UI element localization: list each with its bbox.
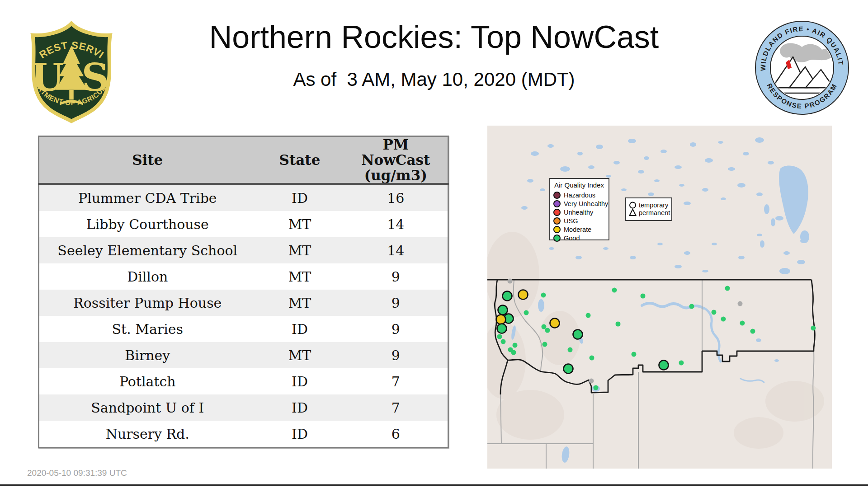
temporary-site-marker [498,305,508,315]
aqi-color-dot-icon [553,235,561,242]
permanent-site-marker [738,301,743,306]
air-quality-map: Air Quality Index HazardousVery Unhealth… [487,126,832,469]
site-cell: Sandpoint U of I [39,394,256,421]
aqi-legend-item: Moderate [553,225,609,234]
aqi-color-dot-icon [553,226,561,233]
permanent-site-marker [545,328,550,333]
pm-nowcast-column-header: PMNowCast(ug/m3) [344,136,448,184]
permanent-site-marker [542,342,547,347]
permanent-marker-icon [630,209,636,216]
aqi-color-dot-icon [553,209,561,216]
aqi-color-dot-icon [553,200,561,207]
state-cell: ID [256,368,344,394]
aqi-legend-items: HazardousVery UnhealthyUnhealthyUSGModer… [553,191,609,242]
pm-cell: 16 [344,184,448,211]
state-cell: MT [256,290,344,316]
site-column-header: Site [39,136,256,184]
temporary-site-marker [496,315,506,324]
state-cell: ID [256,421,344,448]
table-row: St. MariesID9 [39,316,448,342]
permanent-site-marker [612,288,617,293]
page-subtitle: As of 3 AM, May 10, 2020 (MDT) [0,69,868,90]
pm-cell: 9 [344,290,448,316]
pm-cell: 9 [344,342,448,368]
state-cell: MT [256,211,344,237]
table-row: Rossiter Pump HouseMT9 [39,290,448,316]
generated-timestamp: 2020-05-10 09:31:39 UTC [27,468,127,478]
temporary-site-marker [503,291,512,301]
aqi-category-label: USG [564,217,578,225]
permanent-site-marker [641,294,646,299]
permanent-site-marker [811,326,816,331]
permanent-site-marker [568,347,573,352]
nowcast-table: Site State PMNowCast(ug/m3) Plummer CDA … [38,136,448,448]
aqi-legend: Air Quality Index HazardousVery Unhealth… [549,178,609,240]
aqi-legend-item: USG [553,216,609,225]
report-page: FOREST SERVICE U S DEPARTMENT OF AGRICUL… [0,0,868,488]
permanent-site-marker [501,339,506,344]
aqi-legend-title: Air Quality Index [554,181,609,189]
permanent-site-marker [542,324,547,329]
aqi-category-label: Very Unhealthy [564,200,608,207]
table-row: Sandpoint U of IID7 [39,394,448,421]
temporary-site-marker [550,319,560,328]
bottom-border [0,484,868,486]
permanent-site-marker [712,310,717,315]
site-cell: Nursery Rd. [39,421,256,448]
state-column-header: State [256,136,344,184]
aqi-legend-item: Good [553,234,609,242]
table-row: Nursery Rd.ID6 [39,421,448,448]
permanent-site-marker [721,317,726,322]
site-cell: Plummer CDA Tribe [39,184,256,211]
pm-cell: 14 [344,237,448,263]
nowcast-table-body: Plummer CDA TribeID16Libby CourthouseMT1… [39,184,448,448]
permanent-label: permanent [639,209,670,217]
temporary-site-marker [564,364,573,374]
aqi-color-dot-icon [553,192,561,199]
site-cell: Libby Courthouse [39,211,256,237]
permanent-site-marker [497,334,502,339]
pm-cell: 7 [344,368,448,394]
aqi-legend-item: Hazardous [553,191,609,199]
permanent-site-marker [508,279,513,284]
site-cell: Dillon [39,263,256,290]
state-cell: ID [256,184,344,211]
permanent-site-marker [524,310,529,315]
aqi-category-label: Unhealthy [564,209,593,216]
temporary-label: temporary [639,202,670,209]
table-row: BirneyMT9 [39,342,448,368]
permanent-site-marker [616,322,621,327]
permanent-site-marker [679,361,684,366]
pm-cell: 7 [344,394,448,421]
pm-cell: 14 [344,211,448,237]
permanent-site-marker [725,286,730,291]
page-title: Northern Rockies: Top NowCast [0,19,868,55]
pm-cell: 9 [344,316,448,342]
marker-type-legend: temporary permanent [625,197,672,221]
table-row: Seeley Elementary SchoolMT14 [39,237,448,263]
permanent-site-marker [689,304,694,309]
aqi-legend-item: Unhealthy [553,208,609,216]
table-header-row: Site State PMNowCast(ug/m3) [39,136,448,184]
aqi-color-dot-icon [553,217,561,225]
permanent-site-marker [541,293,546,298]
permanent-site-marker [750,329,755,334]
basemap [487,126,832,469]
state-cell: MT [256,263,344,290]
state-cell: MT [256,342,344,368]
state-cell: ID [256,394,344,421]
temporary-site-marker [519,290,528,300]
state-cell: ID [256,316,344,342]
temporary-site-marker [659,361,669,370]
permanent-site-marker [589,379,594,384]
site-cell: Rossiter Pump House [39,290,256,316]
permanent-site-marker [511,350,516,355]
temporary-site-marker [573,330,583,339]
table-row: PotlatchID7 [39,368,448,394]
permanent-site-marker [740,321,745,326]
marker-type-glyphs [629,201,637,217]
permanent-site-marker [590,356,594,361]
permanent-site-marker [513,343,518,348]
site-cell: St. Maries [39,316,256,342]
temporary-marker-icon [630,202,636,208]
